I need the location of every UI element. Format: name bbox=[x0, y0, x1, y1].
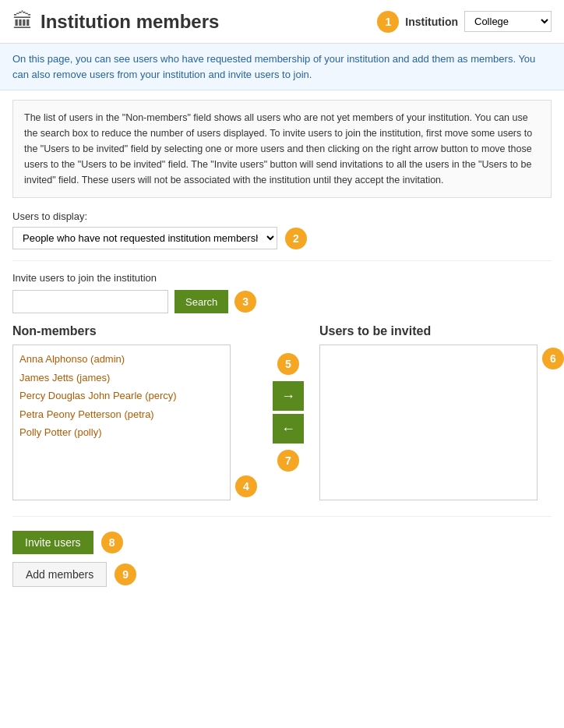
invited-users-list[interactable] bbox=[319, 345, 538, 500]
search-button[interactable]: Search bbox=[174, 290, 228, 313]
select-row: People who have not requested institutio… bbox=[12, 227, 552, 249]
badge-1: 1 bbox=[377, 11, 399, 33]
add-members-button[interactable]: Add members bbox=[12, 562, 107, 587]
page-title: Institution members bbox=[41, 11, 219, 33]
invited-users-column: Users to be invited 6 bbox=[319, 324, 564, 500]
info-bar-text: On this page, you can see users who have… bbox=[12, 53, 535, 80]
list-item[interactable]: James Jetts (james) bbox=[19, 369, 224, 387]
invite-section: Invite users to join the institution Sea… bbox=[12, 260, 552, 313]
invited-users-list-area: 6 bbox=[319, 345, 564, 500]
badge-2: 2 bbox=[285, 228, 307, 249]
non-members-column: Non-members Anna Alphonso (admin) James … bbox=[12, 324, 257, 500]
list-item[interactable]: Polly Potter (polly) bbox=[19, 423, 224, 442]
description-box: The list of users in the "Non-members" f… bbox=[12, 100, 552, 198]
users-display-section: Users to display: People who have not re… bbox=[12, 210, 552, 249]
add-members-btn-row: Add members 9 bbox=[12, 562, 552, 587]
users-display-select[interactable]: People who have not requested institutio… bbox=[12, 227, 277, 249]
search-row: Search 3 bbox=[12, 290, 552, 313]
institution-icon: 🏛 bbox=[12, 9, 33, 34]
badge-5: 5 bbox=[277, 353, 299, 375]
info-bar: On this page, you can see users who have… bbox=[0, 44, 564, 90]
users-display-label: Users to display: bbox=[12, 210, 552, 222]
description-text: The list of users in the "Non-members" f… bbox=[24, 112, 532, 186]
list-item[interactable]: Percy Douglas John Pearle (percy) bbox=[19, 387, 224, 405]
search-input[interactable] bbox=[12, 290, 168, 313]
institution-label: Institution bbox=[405, 16, 458, 28]
badge-7: 7 bbox=[277, 450, 299, 472]
title-area: 🏛 Institution members bbox=[12, 9, 368, 34]
badge-8: 8 bbox=[101, 532, 123, 553]
main-content: The list of users in the "Non-members" f… bbox=[0, 90, 564, 596]
bottom-buttons: Invite users 8 Add members 9 bbox=[12, 516, 552, 587]
badge-6: 6 bbox=[542, 348, 564, 369]
page-header: 🏛 Institution members 1 Institution Coll… bbox=[0, 0, 564, 44]
non-members-title: Non-members bbox=[12, 324, 257, 338]
badge-9: 9 bbox=[115, 564, 136, 585]
list-item[interactable]: Petra Peony Petterson (petra) bbox=[19, 405, 224, 424]
invite-users-button[interactable]: Invite users bbox=[12, 531, 93, 554]
institution-select[interactable]: College University School bbox=[464, 11, 552, 32]
non-members-list-area: Anna Alphonso (admin) James Jetts (james… bbox=[12, 345, 257, 500]
move-right-button[interactable]: → bbox=[273, 381, 304, 411]
invite-btn-row: Invite users 8 bbox=[12, 531, 552, 554]
invite-section-title: Invite users to join the institution bbox=[12, 272, 552, 284]
header-right: 1 Institution College University School bbox=[377, 11, 552, 33]
move-left-button[interactable]: ← bbox=[273, 414, 304, 444]
badge-4: 4 bbox=[235, 475, 257, 497]
invited-users-title: Users to be invited bbox=[319, 324, 564, 338]
list-item[interactable]: Anna Alphonso (admin) bbox=[19, 350, 224, 369]
arrows-column: 5 → ← 7 bbox=[257, 324, 319, 500]
badge-3: 3 bbox=[234, 291, 256, 313]
non-members-list[interactable]: Anna Alphonso (admin) James Jetts (james… bbox=[12, 345, 231, 500]
lists-section: Non-members Anna Alphonso (admin) James … bbox=[12, 324, 552, 500]
